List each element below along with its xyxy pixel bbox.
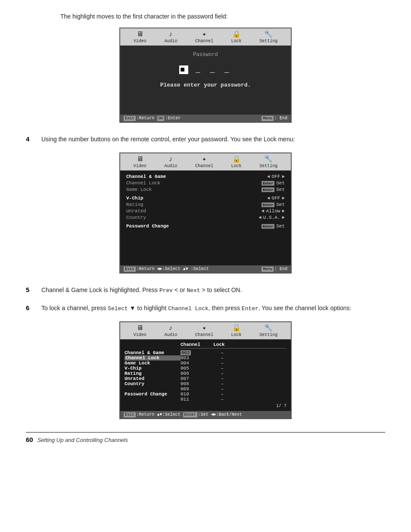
password-title: Password xyxy=(129,52,282,58)
tv-tabs-1: 🖥 Video ♪ Audio ✦ Channel 🔒 Lock 🔧 Setti… xyxy=(120,28,291,46)
channel-icon-1: ✦ xyxy=(202,31,206,38)
password-prompt: Please enter your password. xyxy=(129,82,282,88)
step6-block: 6 To lock a channel, press Select ▼ to h… xyxy=(26,304,385,313)
right-arrow-1: ► xyxy=(282,174,285,179)
tab-audio-1: ♪ Audio xyxy=(164,31,177,44)
lock-icon-1: 🔒 xyxy=(232,31,241,38)
lock-003: – xyxy=(206,355,224,361)
rating-label: Rating xyxy=(126,202,143,207)
tab-video-label-3: Video xyxy=(134,333,146,337)
empty-label xyxy=(125,386,181,392)
password-field: ■ _ _ _ xyxy=(129,65,282,74)
lock-icon-2: 🔒 xyxy=(232,156,241,163)
left-arrow-co: ◄ xyxy=(258,215,262,220)
menu-section-channel-game: Channel & Game ◄ OFF ► Channel Lock Ente… xyxy=(126,174,285,192)
channel-header: Channel Lock xyxy=(181,342,286,348)
channel-game-menu-label: Channel & Game xyxy=(125,350,181,355)
vchip-value: ◄ OFF ► xyxy=(267,196,285,201)
tv-tabs-2: 🖥 Video ♪ Audio ✦ Channel 🔒 Lock 🔧 Setti… xyxy=(120,153,291,171)
left-arrow-vc: ◄ xyxy=(267,196,270,201)
tv-tabs-3: 🖥 Video ♪ Audio ✦ Channel 🔒 Lock 🔧 Setti… xyxy=(120,322,291,339)
setting-icon-2: 🔧 xyxy=(264,156,273,163)
tab-lock-2: 🔒 Lock xyxy=(231,156,242,168)
row-channel-game: Channel & Game 002 – xyxy=(125,350,286,355)
step5-text: Channel & Game Lock is highlighted. Pres… xyxy=(41,286,242,295)
enter-badge-r: Enter xyxy=(262,202,274,207)
lock-icon-3: 🔒 xyxy=(232,325,241,332)
tab-channel-2: ✦ Channel xyxy=(195,156,213,168)
ch-008: 008 xyxy=(181,381,206,386)
tab-lock-label-3: Lock xyxy=(231,333,242,337)
page-number: 60 xyxy=(26,436,33,443)
bottom-rule xyxy=(26,432,385,432)
lock-010: – xyxy=(206,392,224,397)
country-menu-label-3: Country xyxy=(125,381,181,386)
game-lock-row: Game Lock Enter Set xyxy=(126,187,285,192)
tab-video-3: 🖥 Video xyxy=(134,325,146,337)
tab-lock-1: 🔒 Lock xyxy=(231,31,242,44)
password-cursor: ■ xyxy=(179,65,188,74)
enter-badge-pc: Enter xyxy=(262,224,274,229)
channel-game-value: ◄ OFF ► xyxy=(267,174,285,179)
step4-num: 4 xyxy=(26,135,34,144)
audio-icon-3: ♪ xyxy=(169,325,173,332)
step5-block: 5 Channel & Game Lock is highlighted. Pr… xyxy=(26,286,385,295)
exit-badge-1: Exit xyxy=(124,116,136,121)
tab-setting-label-1: Setting xyxy=(259,39,277,44)
channel-game-label: Channel & Game xyxy=(126,174,166,179)
tab-setting-label-2: Setting xyxy=(259,164,277,168)
tv-footer-1: Exit:Return OK:Enter Menu: End xyxy=(120,115,291,122)
tab-audio-2: ♪ Audio xyxy=(164,156,177,168)
menu-section-vchip: V-Chip ◄ OFF ► Rating Enter Set Unrated … xyxy=(126,196,285,220)
tv-screen-3: 🖥 Video ♪ Audio ✦ Channel 🔒 Lock 🔧 Setti… xyxy=(119,321,292,419)
row-rating-3: Rating 006 – xyxy=(125,371,286,376)
row-empty: 009 – xyxy=(125,386,286,392)
lock-005: – xyxy=(206,366,224,371)
tab-audio-3: ♪ Audio xyxy=(164,325,177,337)
intro-text: The highlight moves to the first charact… xyxy=(60,13,385,20)
lock-007: – xyxy=(206,376,224,381)
ok-badge-1: OK xyxy=(157,116,165,121)
video-icon-2: 🖥 xyxy=(137,156,143,163)
lock-004: – xyxy=(206,361,224,366)
ch-009: 009 xyxy=(181,386,206,392)
unrated-value: ◄ Allow ► xyxy=(262,208,285,214)
channel-lock-value: Enter Set xyxy=(262,180,285,186)
lock-006: – xyxy=(206,371,224,376)
row-vchip-3: V-Chip 005 – xyxy=(125,366,286,371)
right-arrow-ur: ► xyxy=(282,208,285,214)
tab-channel-3: ✦ Channel xyxy=(195,325,213,337)
unrated-row: Unrated ◄ Allow ► xyxy=(126,208,285,214)
enter-key: Enter xyxy=(242,305,258,312)
ch-006: 006 xyxy=(181,371,206,376)
lock-008: – xyxy=(206,381,224,386)
footer-left-3: Exit:Return ▲▼:Select Enter:Set ◄►:Back/… xyxy=(124,412,242,417)
game-lock-value: Enter Set xyxy=(262,187,285,192)
tab-audio-label-1: Audio xyxy=(164,39,177,44)
tv-footer-2: Exit:Return ◄►:Select ▲▼ :Select Menu: E… xyxy=(120,265,291,273)
game-lock-label: Game Lock xyxy=(126,187,152,192)
empty-label-2 xyxy=(125,397,181,402)
right-arrow-co: ► xyxy=(282,215,285,220)
tab-lock-label-2: Lock xyxy=(231,164,242,168)
ch-002-highlighted: 002 xyxy=(181,350,191,355)
video-icon-3: 🖥 xyxy=(137,325,143,332)
footer-left-1: Exit:Return OK:Enter xyxy=(124,116,181,121)
step4-text: Using the number buttons on the remote c… xyxy=(41,135,295,144)
lock-009: – xyxy=(206,386,224,392)
tab-channel-label-3: Channel xyxy=(195,333,213,337)
video-icon-1: 🖥 xyxy=(137,31,143,38)
tv-screen-1: 🖥 Video ♪ Audio ✦ Channel 🔒 Lock 🔧 Setti… xyxy=(119,28,292,123)
tab-audio-label-3: Audio xyxy=(164,333,177,337)
row-unrated-3: Unrated 007 – xyxy=(125,376,286,381)
page-label: Setting Up and Controlling Channels xyxy=(37,437,128,443)
channel-icon-3: ✦ xyxy=(202,325,206,332)
country-row: Country ◄ U.S.A. ► xyxy=(126,215,285,220)
step6-text: To lock a channel, press Select ▼ to hig… xyxy=(41,304,351,313)
exit-badge-3: Exit xyxy=(124,412,136,417)
rating-value: Enter Set xyxy=(262,202,285,207)
lock-col-header: Lock xyxy=(213,342,224,347)
vchip-label: V-Chip xyxy=(126,196,143,201)
screen1-content: Password ■ _ _ _ Please enter your passw… xyxy=(120,46,291,115)
row-password-3: Password Change 010 – xyxy=(125,392,286,397)
